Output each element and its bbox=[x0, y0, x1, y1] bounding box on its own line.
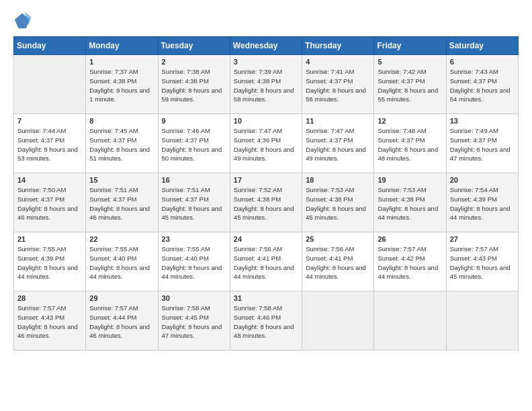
day-detail: Sunrise: 7:51 AMSunset: 4:37 PMDaylight:… bbox=[89, 186, 150, 221]
calendar-day-cell: 25 Sunrise: 7:56 AMSunset: 4:41 PMDaylig… bbox=[302, 232, 374, 291]
day-detail: Sunrise: 7:43 AMSunset: 4:37 PMDaylight:… bbox=[450, 68, 511, 103]
day-number: 28 bbox=[17, 294, 82, 302]
day-detail: Sunrise: 7:54 AMSunset: 4:39 PMDaylight:… bbox=[450, 186, 511, 221]
day-detail: Sunrise: 7:48 AMSunset: 4:37 PMDaylight:… bbox=[378, 127, 438, 162]
calendar-day-cell: 4 Sunrise: 7:41 AMSunset: 4:37 PMDayligh… bbox=[302, 55, 374, 114]
calendar-day-cell: 13 Sunrise: 7:49 AMSunset: 4:37 PMDaylig… bbox=[446, 114, 518, 173]
calendar-day-header: Saturday bbox=[446, 37, 518, 55]
calendar-day-cell: 20 Sunrise: 7:54 AMSunset: 4:39 PMDaylig… bbox=[446, 173, 518, 232]
calendar-day-cell: 21 Sunrise: 7:55 AMSunset: 4:39 PMDaylig… bbox=[14, 232, 86, 291]
day-detail: Sunrise: 7:53 AMSunset: 4:38 PMDaylight:… bbox=[378, 186, 438, 221]
day-number: 18 bbox=[306, 176, 370, 184]
calendar-day-cell: 29 Sunrise: 7:57 AMSunset: 4:44 PMDaylig… bbox=[86, 291, 158, 351]
day-detail: Sunrise: 7:37 AMSunset: 4:38 PMDaylight:… bbox=[89, 68, 150, 103]
day-detail: Sunrise: 7:38 AMSunset: 4:38 PMDaylight:… bbox=[162, 68, 222, 103]
calendar-day-cell: 9 Sunrise: 7:46 AMSunset: 4:37 PMDayligh… bbox=[158, 114, 230, 173]
calendar-day-header: Sunday bbox=[14, 37, 86, 55]
day-detail: Sunrise: 7:57 AMSunset: 4:43 PMDaylight:… bbox=[17, 304, 78, 339]
calendar-day-cell: 30 Sunrise: 7:58 AMSunset: 4:45 PMDaylig… bbox=[158, 291, 230, 351]
calendar-day-header: Friday bbox=[374, 37, 446, 55]
calendar-day-cell: 10 Sunrise: 7:47 AMSunset: 4:36 PMDaylig… bbox=[230, 114, 302, 173]
calendar-week-row: 28 Sunrise: 7:57 AMSunset: 4:43 PMDaylig… bbox=[14, 291, 519, 351]
calendar-day-cell bbox=[446, 291, 518, 351]
day-number: 22 bbox=[89, 235, 154, 243]
day-detail: Sunrise: 7:46 AMSunset: 4:37 PMDaylight:… bbox=[162, 127, 222, 162]
calendar-day-cell: 8 Sunrise: 7:45 AMSunset: 4:37 PMDayligh… bbox=[86, 114, 158, 173]
calendar-day-cell: 18 Sunrise: 7:53 AMSunset: 4:38 PMDaylig… bbox=[302, 173, 374, 232]
day-number: 25 bbox=[306, 235, 370, 243]
day-number: 21 bbox=[17, 235, 82, 243]
day-number: 19 bbox=[378, 176, 442, 184]
day-number: 7 bbox=[17, 117, 82, 125]
calendar-day-cell: 5 Sunrise: 7:42 AMSunset: 4:37 PMDayligh… bbox=[374, 55, 446, 114]
day-detail: Sunrise: 7:55 AMSunset: 4:39 PMDaylight:… bbox=[17, 245, 78, 280]
calendar-day-cell: 24 Sunrise: 7:56 AMSunset: 4:41 PMDaylig… bbox=[230, 232, 302, 291]
day-detail: Sunrise: 7:56 AMSunset: 4:41 PMDaylight:… bbox=[234, 245, 294, 280]
calendar-day-header: Tuesday bbox=[158, 37, 230, 55]
day-detail: Sunrise: 7:57 AMSunset: 4:43 PMDaylight:… bbox=[450, 245, 511, 280]
day-number: 12 bbox=[378, 117, 442, 125]
calendar-day-cell: 23 Sunrise: 7:55 AMSunset: 4:40 PMDaylig… bbox=[158, 232, 230, 291]
day-detail: Sunrise: 7:55 AMSunset: 4:40 PMDaylight:… bbox=[89, 245, 150, 280]
day-detail: Sunrise: 7:44 AMSunset: 4:37 PMDaylight:… bbox=[17, 127, 78, 162]
day-number: 17 bbox=[234, 176, 298, 184]
day-detail: Sunrise: 7:52 AMSunset: 4:38 PMDaylight:… bbox=[234, 186, 294, 221]
day-number: 5 bbox=[378, 58, 442, 66]
day-number: 30 bbox=[162, 294, 226, 302]
calendar-day-cell: 17 Sunrise: 7:52 AMSunset: 4:38 PMDaylig… bbox=[230, 173, 302, 232]
day-detail: Sunrise: 7:58 AMSunset: 4:46 PMDaylight:… bbox=[234, 304, 294, 339]
calendar-day-cell: 2 Sunrise: 7:38 AMSunset: 4:38 PMDayligh… bbox=[158, 55, 230, 114]
calendar-day-cell bbox=[302, 291, 374, 351]
calendar-day-cell: 27 Sunrise: 7:57 AMSunset: 4:43 PMDaylig… bbox=[446, 232, 518, 291]
day-number: 2 bbox=[162, 58, 226, 66]
calendar-day-cell: 12 Sunrise: 7:48 AMSunset: 4:37 PMDaylig… bbox=[374, 114, 446, 173]
page: SundayMondayTuesdayWednesdayThursdayFrid… bbox=[0, 0, 532, 411]
day-number: 23 bbox=[162, 235, 226, 243]
calendar-header-row: SundayMondayTuesdayWednesdayThursdayFrid… bbox=[14, 37, 519, 55]
calendar-day-cell: 14 Sunrise: 7:50 AMSunset: 4:37 PMDaylig… bbox=[14, 173, 86, 232]
calendar-day-cell bbox=[14, 55, 86, 114]
day-number: 11 bbox=[306, 117, 370, 125]
calendar-day-cell: 6 Sunrise: 7:43 AMSunset: 4:37 PMDayligh… bbox=[446, 55, 518, 114]
logo-icon bbox=[13, 11, 32, 30]
header bbox=[13, 11, 519, 30]
calendar-week-row: 1 Sunrise: 7:37 AMSunset: 4:38 PMDayligh… bbox=[14, 55, 519, 114]
day-number: 20 bbox=[450, 176, 515, 184]
day-detail: Sunrise: 7:50 AMSunset: 4:37 PMDaylight:… bbox=[17, 186, 78, 221]
day-number: 14 bbox=[17, 176, 82, 184]
day-detail: Sunrise: 7:47 AMSunset: 4:36 PMDaylight:… bbox=[234, 127, 294, 162]
day-detail: Sunrise: 7:41 AMSunset: 4:37 PMDaylight:… bbox=[306, 68, 366, 103]
day-number: 24 bbox=[234, 235, 298, 243]
day-number: 13 bbox=[450, 117, 515, 125]
calendar-week-row: 21 Sunrise: 7:55 AMSunset: 4:39 PMDaylig… bbox=[14, 232, 519, 291]
day-detail: Sunrise: 7:57 AMSunset: 4:44 PMDaylight:… bbox=[89, 304, 150, 339]
calendar-day-header: Thursday bbox=[302, 37, 374, 55]
day-number: 9 bbox=[162, 117, 226, 125]
day-detail: Sunrise: 7:58 AMSunset: 4:45 PMDaylight:… bbox=[162, 304, 222, 339]
day-detail: Sunrise: 7:47 AMSunset: 4:37 PMDaylight:… bbox=[306, 127, 366, 162]
calendar-week-row: 7 Sunrise: 7:44 AMSunset: 4:37 PMDayligh… bbox=[14, 114, 519, 173]
day-number: 15 bbox=[89, 176, 154, 184]
day-number: 8 bbox=[89, 117, 154, 125]
calendar-week-row: 14 Sunrise: 7:50 AMSunset: 4:37 PMDaylig… bbox=[14, 173, 519, 232]
calendar-day-cell: 26 Sunrise: 7:57 AMSunset: 4:42 PMDaylig… bbox=[374, 232, 446, 291]
calendar-day-cell: 28 Sunrise: 7:57 AMSunset: 4:43 PMDaylig… bbox=[14, 291, 86, 351]
day-detail: Sunrise: 7:45 AMSunset: 4:37 PMDaylight:… bbox=[89, 127, 150, 162]
calendar-day-header: Monday bbox=[86, 37, 158, 55]
day-detail: Sunrise: 7:56 AMSunset: 4:41 PMDaylight:… bbox=[306, 245, 366, 280]
day-number: 4 bbox=[306, 58, 370, 66]
day-detail: Sunrise: 7:39 AMSunset: 4:38 PMDaylight:… bbox=[234, 68, 294, 103]
day-number: 27 bbox=[450, 235, 515, 243]
calendar-day-cell: 31 Sunrise: 7:58 AMSunset: 4:46 PMDaylig… bbox=[230, 291, 302, 351]
calendar-day-cell: 19 Sunrise: 7:53 AMSunset: 4:38 PMDaylig… bbox=[374, 173, 446, 232]
calendar-day-cell: 3 Sunrise: 7:39 AMSunset: 4:38 PMDayligh… bbox=[230, 55, 302, 114]
day-number: 6 bbox=[450, 58, 515, 66]
calendar-day-cell: 22 Sunrise: 7:55 AMSunset: 4:40 PMDaylig… bbox=[86, 232, 158, 291]
day-detail: Sunrise: 7:51 AMSunset: 4:37 PMDaylight:… bbox=[162, 186, 222, 221]
day-number: 31 bbox=[234, 294, 298, 302]
day-number: 29 bbox=[89, 294, 154, 302]
logo bbox=[13, 11, 35, 30]
day-number: 16 bbox=[162, 176, 226, 184]
day-detail: Sunrise: 7:53 AMSunset: 4:38 PMDaylight:… bbox=[306, 186, 366, 221]
calendar-day-cell: 7 Sunrise: 7:44 AMSunset: 4:37 PMDayligh… bbox=[14, 114, 86, 173]
